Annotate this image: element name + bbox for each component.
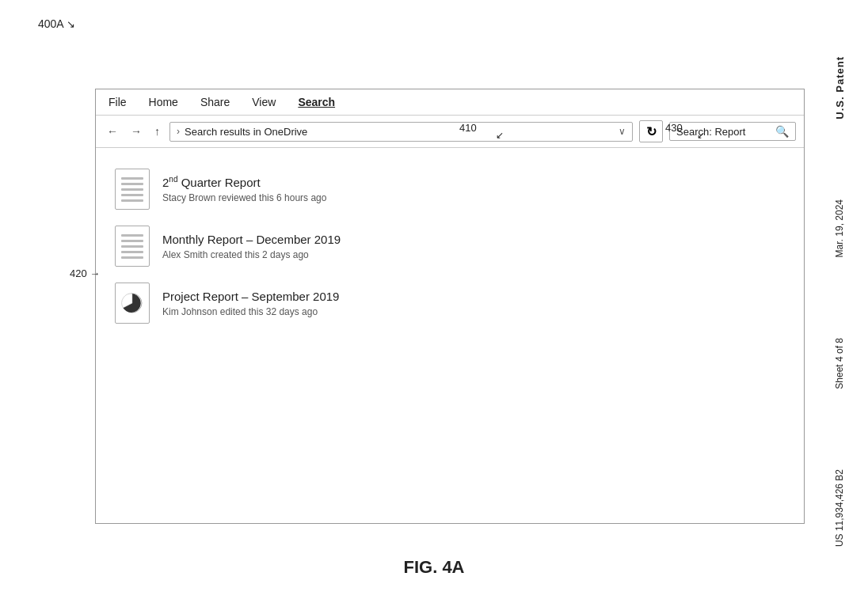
menu-home[interactable]: Home: [149, 96, 178, 108]
callout-430-arrow: ↙: [697, 130, 705, 141]
refresh-icon: ↻: [646, 124, 657, 139]
callout-420-text: 420: [70, 267, 87, 279]
file-info-2: Monthly Report – December 2019 Alex Smit…: [162, 233, 341, 260]
dropdown-icon[interactable]: ∨: [619, 126, 626, 137]
search-icon-button[interactable]: 🔍: [775, 125, 789, 138]
callout-410: 410: [459, 122, 477, 134]
file-icon-3: [115, 283, 150, 324]
file-icon-2: [115, 226, 150, 267]
list-item[interactable]: 2nd Quarter Report Stacy Brown reviewed …: [115, 161, 785, 218]
file-line: [121, 245, 143, 248]
patent-title: U.S. Patent: [834, 56, 846, 119]
search-box-text: Search: Report: [676, 126, 775, 138]
file-name-1: 2nd Quarter Report: [162, 175, 326, 189]
file-info-1: 2nd Quarter Report Stacy Brown reviewed …: [162, 175, 326, 203]
file-name-2: Monthly Report – December 2019: [162, 233, 341, 246]
menu-share[interactable]: Share: [200, 96, 230, 108]
file-meta-2: Alex Smith created this 2 days ago: [162, 249, 341, 260]
file-meta-3: Kim Johnson edited this 32 days ago: [162, 306, 339, 317]
patent-number: US 11,934,426 B2: [834, 469, 845, 547]
callout-410-arrow: ↙: [496, 130, 504, 141]
diagram-label-text: 400A: [38, 17, 63, 30]
callout-420: 420 →: [70, 267, 100, 279]
back-button[interactable]: ←: [104, 123, 121, 139]
file-line: [121, 234, 143, 237]
file-lines-icon: [121, 234, 143, 259]
file-line: [121, 183, 143, 185]
menu-file[interactable]: File: [108, 96, 127, 108]
patent-sidebar: U.S. Patent Mar. 19, 2024 Sheet 4 of 8 U…: [811, 0, 868, 603]
file-icon-1: [115, 169, 150, 210]
address-text: Search results in OneDrive: [185, 126, 614, 138]
file-line: [121, 256, 143, 259]
callout-420-arrow: →: [89, 267, 100, 279]
list-item[interactable]: Monthly Report – December 2019 Alex Smit…: [115, 218, 785, 275]
chart-icon: [120, 290, 145, 316]
file-line: [121, 199, 143, 202]
address-chevron-icon: ›: [177, 126, 180, 137]
file-name-3: Project Report – September 2019: [162, 290, 339, 303]
callout-430: 430: [665, 122, 683, 134]
forward-button[interactable]: →: [128, 123, 145, 139]
figure-caption: FIG. 4A: [403, 557, 464, 578]
address-bar[interactable]: › Search results in OneDrive ∨: [169, 122, 633, 142]
menu-view[interactable]: View: [252, 96, 276, 108]
file-meta-1: Stacy Brown reviewed this 6 hours ago: [162, 192, 326, 203]
file-line: [121, 194, 143, 196]
diagram-label: 400A ↘: [38, 17, 75, 30]
search-icon: 🔍: [775, 125, 789, 138]
callout-430-text: 430: [665, 122, 683, 134]
callout-410-text: 410: [459, 122, 477, 134]
menubar: File Home Share View Search: [96, 89, 804, 116]
list-item[interactable]: Project Report – September 2019 Kim John…: [115, 275, 785, 332]
up-button[interactable]: ↑: [151, 123, 163, 139]
file-list: 2nd Quarter Report Stacy Brown reviewed …: [96, 148, 804, 344]
file-explorer-window: File Home Share View Search ← → ↑ › Sear…: [95, 89, 805, 524]
file-line: [121, 188, 143, 191]
file-line: [121, 240, 143, 242]
menu-search[interactable]: Search: [298, 96, 335, 108]
file-line: [121, 251, 143, 253]
file-lines-icon: [121, 177, 143, 202]
patent-date: Mar. 19, 2024: [834, 199, 845, 257]
arrow-decoration: ↘: [67, 18, 75, 30]
search-box[interactable]: Search: Report 🔍: [669, 122, 796, 141]
file-info-3: Project Report – September 2019 Kim John…: [162, 290, 339, 317]
file-line: [121, 177, 143, 180]
refresh-button[interactable]: ↻: [639, 120, 663, 142]
patent-sheet: Sheet 4 of 8: [834, 338, 845, 389]
